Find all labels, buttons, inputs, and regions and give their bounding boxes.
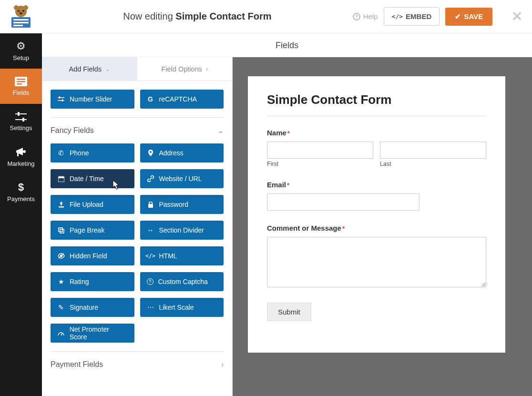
nav-setup[interactable]: ⚙ Setup bbox=[0, 33, 42, 69]
field-custom-captcha[interactable]: ? Custom Captcha bbox=[140, 272, 224, 291]
help-link[interactable]: ? Help bbox=[353, 12, 378, 20]
field-label: Hidden Field bbox=[70, 252, 107, 260]
question-circle-icon: ? bbox=[147, 278, 153, 285]
svg-rect-20 bbox=[58, 97, 64, 98]
help-icon: ? bbox=[353, 13, 360, 20]
field-rating[interactable]: ★ Rating bbox=[51, 272, 134, 291]
nav-fields-label: Fields bbox=[13, 89, 30, 96]
embed-button[interactable]: </> EMBED bbox=[384, 7, 440, 26]
close-icon[interactable]: ✕ bbox=[512, 9, 522, 24]
field-website-url[interactable]: Website / URL bbox=[140, 169, 224, 188]
field-label: Net Promoter Score bbox=[70, 325, 128, 341]
preview-canvas-wrap[interactable]: Simple Contact Form Name* First bbox=[233, 57, 532, 396]
last-sublabel: Last bbox=[380, 161, 486, 167]
svg-rect-12 bbox=[17, 81, 25, 82]
svg-rect-13 bbox=[17, 83, 22, 85]
left-nav: ⚙ Setup Fields Settings Marketing $ Paym… bbox=[0, 33, 42, 396]
tab-field-options[interactable]: Field Options › bbox=[137, 57, 233, 81]
nav-settings[interactable]: Settings bbox=[0, 104, 42, 139]
arrows-h-icon: ↔ bbox=[147, 226, 154, 234]
submit-button[interactable]: Submit bbox=[267, 303, 311, 321]
field-address[interactable]: Address bbox=[140, 143, 224, 162]
svg-rect-17 bbox=[22, 118, 24, 122]
nav-payments-label: Payments bbox=[7, 195, 35, 203]
first-name-input[interactable] bbox=[267, 142, 373, 159]
sliders-icon bbox=[57, 96, 65, 102]
last-name-input[interactable] bbox=[380, 142, 486, 159]
app-logo bbox=[0, 0, 42, 33]
svg-rect-19 bbox=[17, 152, 19, 156]
field-number-slider[interactable]: Number Slider bbox=[51, 90, 134, 109]
field-page-break[interactable]: Page Break bbox=[51, 221, 134, 240]
field-likert[interactable]: ⋯ Likert Scale bbox=[140, 298, 224, 317]
calendar-icon bbox=[57, 176, 65, 182]
chevron-right-icon: › bbox=[206, 66, 208, 72]
field-label: Website / URL bbox=[159, 175, 202, 183]
pencil-icon: ✎ bbox=[57, 304, 65, 311]
field-name[interactable]: Name* First Last bbox=[267, 129, 486, 167]
svg-point-9 bbox=[20, 12, 22, 14]
field-label: Date / Time bbox=[70, 175, 104, 183]
label-text: Comment or Message bbox=[267, 224, 341, 232]
ellipsis-icon: ⋯ bbox=[147, 304, 154, 311]
nav-marketing-label: Marketing bbox=[7, 160, 34, 167]
field-section-divider[interactable]: ↔ Section Divider bbox=[140, 221, 224, 240]
svg-rect-21 bbox=[58, 100, 64, 101]
save-button[interactable]: ✔ SAVE bbox=[445, 8, 492, 26]
field-signature[interactable]: ✎ Signature bbox=[51, 298, 134, 317]
field-recaptcha[interactable]: G reCAPTCHA bbox=[140, 90, 224, 109]
check-icon: ✔ bbox=[455, 12, 461, 21]
group-payment-fields[interactable]: Payment Fields › bbox=[51, 360, 224, 369]
map-pin-icon bbox=[147, 150, 154, 156]
fields-scroll[interactable]: Number Slider G reCAPTCHA Fancy Fields ⌄ bbox=[42, 81, 232, 396]
tab-add-fields[interactable]: Add Fields ⌄ bbox=[42, 57, 137, 81]
code-icon: </> bbox=[147, 253, 154, 259]
field-label: Address bbox=[159, 149, 184, 157]
field-hidden[interactable]: Hidden Field bbox=[51, 246, 134, 265]
form-canvas: Simple Contact Form Name* First bbox=[248, 76, 505, 353]
svg-point-5 bbox=[14, 5, 19, 10]
svg-rect-11 bbox=[17, 79, 25, 80]
field-label: Page Break bbox=[70, 226, 104, 234]
svg-rect-23 bbox=[62, 99, 63, 102]
required-asterisk: * bbox=[287, 182, 289, 189]
group-label: Payment Fields bbox=[51, 360, 103, 369]
gear-icon: ⚙ bbox=[16, 41, 26, 51]
nav-marketing[interactable]: Marketing bbox=[0, 139, 42, 174]
fields-panel: Add Fields ⌄ Field Options › bbox=[42, 57, 233, 396]
field-file-upload[interactable]: File Upload bbox=[51, 195, 134, 214]
field-password[interactable]: Password bbox=[140, 195, 224, 214]
link-icon bbox=[147, 175, 154, 182]
field-html[interactable]: </> HTML bbox=[140, 246, 224, 265]
lock-icon bbox=[147, 202, 154, 208]
comment-label: Comment or Message* bbox=[267, 224, 486, 232]
main-area: ⚙ Setup Fields Settings Marketing $ Paym… bbox=[0, 33, 532, 396]
form-title: Simple Contact Form bbox=[267, 92, 486, 107]
group-fancy-fields[interactable]: Fancy Fields ⌄ bbox=[51, 126, 224, 135]
field-label: File Upload bbox=[70, 201, 103, 208]
svg-rect-1 bbox=[13, 19, 29, 20]
required-asterisk: * bbox=[287, 130, 290, 137]
field-nps[interactable]: Net Promoter Score bbox=[51, 324, 134, 343]
svg-rect-28 bbox=[62, 176, 63, 177]
sliders-icon bbox=[15, 112, 27, 122]
nav-payments[interactable]: $ Payments bbox=[0, 174, 42, 210]
field-label: Password bbox=[159, 201, 188, 208]
svg-rect-15 bbox=[15, 119, 27, 120]
divider bbox=[267, 116, 486, 116]
field-comment[interactable]: Comment or Message* bbox=[267, 224, 486, 289]
chevron-down-icon: ⌄ bbox=[218, 127, 224, 134]
email-input[interactable] bbox=[267, 193, 419, 211]
svg-rect-30 bbox=[148, 204, 153, 208]
comment-textarea[interactable] bbox=[267, 237, 486, 287]
svg-rect-32 bbox=[60, 229, 64, 233]
nav-fields[interactable]: Fields bbox=[0, 69, 42, 104]
svg-rect-22 bbox=[59, 96, 60, 99]
svg-rect-27 bbox=[60, 176, 61, 177]
svg-rect-16 bbox=[18, 112, 20, 116]
nav-settings-label: Settings bbox=[10, 124, 32, 132]
save-label: SAVE bbox=[464, 12, 483, 20]
field-email[interactable]: Email* bbox=[267, 181, 486, 211]
field-date-time[interactable]: Date / Time bbox=[51, 169, 134, 188]
field-phone[interactable]: ✆ Phone bbox=[51, 143, 134, 162]
